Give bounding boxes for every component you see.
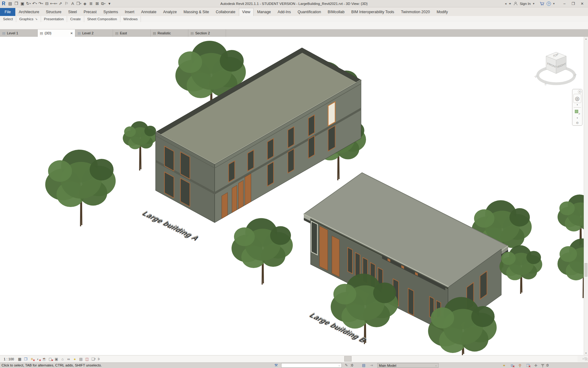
zoom-tool-icon[interactable]: ⌕	[573, 108, 581, 116]
panel-launcher-icon[interactable]: ⇘	[35, 17, 38, 21]
exclude-options-icon[interactable]: ⇥	[370, 363, 373, 367]
view-tab[interactable]: ▤ Realistic ✕	[151, 29, 188, 37]
steering-wheel-dropdown-icon[interactable]: ▾	[577, 104, 578, 106]
view-tab[interactable]: ▤ {3D} ✕	[38, 29, 75, 37]
sign-in-dropdown-icon[interactable]: ▾	[533, 2, 534, 5]
ribbon-tab[interactable]: Annotate	[138, 8, 160, 16]
save-icon[interactable]: ▣▾	[20, 1, 25, 6]
ribbon-tab[interactable]: Architecture	[15, 8, 43, 16]
scroll-up-icon[interactable]: ▲	[584, 38, 588, 40]
section-icon[interactable]: ◈▾	[82, 1, 88, 6]
app-store-cart-icon[interactable]	[540, 2, 545, 6]
select-links-icon[interactable]: ⚭✕	[502, 363, 507, 368]
horizontal-scroll-thumb[interactable]	[344, 356, 352, 362]
measure-icon[interactable]: ⟷▾	[50, 1, 57, 6]
restore-button[interactable]: ❐	[570, 2, 577, 6]
close-view-icon[interactable]: ✕	[70, 32, 73, 35]
design-options-icon[interactable]: ▤	[362, 363, 365, 367]
scroll-right-icon[interactable]: ›	[582, 357, 584, 360]
minimize-button[interactable]: –	[561, 2, 568, 6]
vertical-scrollbar[interactable]: ▲ ▼	[584, 37, 588, 355]
drawing-area[interactable]: Large building A Large building A Large …	[0, 37, 588, 355]
ribbon-panel[interactable]: Create⇘	[67, 16, 84, 22]
sign-in-button[interactable]: Sign In	[520, 2, 531, 6]
tree[interactable]	[45, 150, 116, 226]
view-tab[interactable]: ▤ Level 2 ✕	[75, 29, 113, 37]
ribbon-panel[interactable]: Windows⇘	[120, 16, 141, 22]
ribbon-tab[interactable]: Modify	[433, 8, 451, 16]
view-tab[interactable]: ▤ East ✕	[113, 29, 151, 37]
vertical-scroll-thumb[interactable]	[585, 263, 587, 277]
ribbon-panel[interactable]: Graphics⇘	[16, 16, 41, 22]
open-icon[interactable]: ❐▾	[13, 1, 19, 6]
lock-3d-view-icon[interactable]: ⌂✕	[60, 356, 66, 362]
search-icon[interactable]: ⚭	[508, 2, 511, 6]
ribbon-tab[interactable]: Precast	[80, 8, 100, 16]
shadows-icon[interactable]: ◐✕	[35, 356, 41, 362]
ribbon-panel[interactable]: Sheet Composition⇘	[84, 16, 120, 22]
undo-icon[interactable]: ↶▾	[32, 1, 38, 6]
temporary-view-properties-icon[interactable]: ▤✕	[78, 356, 84, 362]
building-a-label[interactable]: Large building A Large building A	[139, 210, 203, 242]
scroll-down-icon[interactable]: ▼	[584, 352, 588, 354]
sun-path-icon[interactable]: ☀✕	[29, 356, 35, 362]
ribbon-tab[interactable]: Structure	[43, 8, 65, 16]
selection-filter-icon[interactable]	[541, 364, 545, 367]
tree[interactable]	[499, 245, 542, 294]
zoom-dropdown-icon[interactable]: ▾	[577, 117, 578, 119]
default-3d-view-icon[interactable]: ❒▾	[76, 1, 82, 6]
ribbon-tab[interactable]: Collaborate	[213, 8, 239, 16]
detail-level-icon[interactable]: ▦✕	[17, 356, 23, 362]
customize-qat-icon[interactable]: ▾▾	[107, 1, 112, 6]
ribbon-tab[interactable]: Steel	[65, 8, 81, 16]
steering-wheel-icon[interactable]: ◎	[573, 94, 581, 103]
ribbon-tab[interactable]: Massing & Site	[180, 8, 212, 16]
editable-only-icon[interactable]: ✎	[345, 363, 348, 367]
reveal-hidden-elements-icon[interactable]: ●✕	[72, 356, 78, 362]
ribbon-tab[interactable]: BIM Interoperability Tools	[348, 8, 398, 16]
help-dropdown-icon[interactable]: ▾	[553, 2, 555, 5]
ribbon-tab[interactable]: Manage	[254, 8, 274, 16]
select-pinned-elements-icon[interactable]: ⚲✕	[518, 363, 522, 368]
tree[interactable]	[232, 218, 293, 285]
redo-icon[interactable]: ↷▾	[38, 1, 44, 6]
file-properties-icon[interactable]: ▤▾	[7, 1, 13, 6]
drag-elements-on-selection-icon[interactable]: ✛✕	[533, 363, 538, 368]
view-tab[interactable]: ▤ Level 1 ✕	[0, 29, 38, 37]
show-analytical-model-icon[interactable]: ◫✕	[84, 356, 90, 362]
thin-lines-icon[interactable]: ≣▾	[88, 1, 94, 6]
design-option-select[interactable]: Main Model⌄	[377, 363, 439, 368]
visual-style-icon[interactable]: ❒✕	[23, 356, 29, 362]
ribbon-tab[interactable]: Insert	[121, 8, 138, 16]
ribbon-tab[interactable]: File	[0, 8, 15, 16]
ribbon-tab[interactable]: Systems	[100, 8, 121, 16]
horizontal-scrollbar[interactable]	[100, 356, 578, 362]
model-3d-view[interactable]: Large building A Large building A Large …	[0, 37, 588, 355]
ribbon-panel[interactable]: Presentation⇘	[41, 16, 67, 22]
show-rendering-dialog-icon[interactable]: ☕✕	[41, 356, 47, 362]
worksets-icon[interactable]: ⚒	[274, 363, 278, 367]
aligned-dimension-icon[interactable]: ⇗▾	[58, 1, 63, 6]
temporary-hide-isolate-icon[interactable]: ∞✕	[66, 356, 72, 362]
ribbon-tab[interactable]: Twinmotion 2020	[398, 8, 433, 16]
help-icon[interactable]: ?	[547, 2, 551, 6]
ribbon-tab[interactable]: Add-Ins	[274, 8, 294, 16]
tree[interactable]	[123, 121, 157, 171]
infocenter-collapse-icon[interactable]: ◂	[505, 2, 506, 5]
revit-logo[interactable]: R	[1, 1, 7, 6]
ribbon-panel[interactable]: Select⇘	[0, 16, 16, 22]
switch-windows-icon[interactable]: ⧉▾	[100, 1, 106, 6]
ribbon-tab[interactable]: Analyze	[160, 8, 180, 16]
crop-view-icon[interactable]: ▢✕	[47, 356, 53, 362]
text-icon[interactable]: A▾	[70, 1, 76, 6]
resize-grip[interactable]	[584, 357, 587, 360]
close-inactive-windows-icon[interactable]: ⊠▾	[94, 1, 100, 6]
ribbon-tab[interactable]: View	[239, 8, 254, 16]
print-icon[interactable]: ⊟▾	[44, 1, 50, 6]
show-crop-region-icon[interactable]: ▣✕	[54, 356, 59, 362]
view-scale-button[interactable]: 1 : 100	[2, 357, 17, 361]
active-workset-select[interactable]: ⌄	[281, 363, 342, 368]
view-tab[interactable]: ▤ Section 2 ✕	[188, 29, 226, 37]
ribbon-tab[interactable]: BIMcollab	[324, 8, 348, 16]
navbar-minimize-icon[interactable]: ⊖	[576, 121, 579, 125]
